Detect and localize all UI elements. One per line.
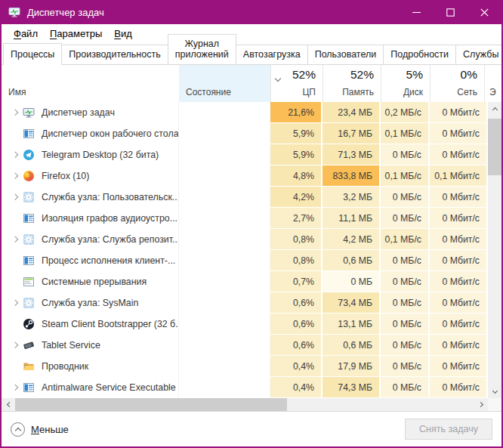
column-name[interactable]: Имя: [2, 65, 179, 102]
tab-автозагрузка[interactable]: Автозагрузка: [236, 45, 308, 64]
expander-icon[interactable]: [8, 385, 23, 390]
process-network-value: 0,1 Мбит/с: [430, 165, 488, 187]
column-disk[interactable]: 5% Диск: [381, 65, 430, 102]
process-row[interactable]: Steam Client Bootstrapper (32 б... 0,6% …: [2, 314, 488, 335]
process-disk-value: 0 МБ/с: [381, 292, 430, 314]
expander-icon[interactable]: [8, 301, 23, 305]
scroll-left-icon[interactable]: [2, 398, 15, 411]
gear-icon: [23, 297, 35, 309]
process-memory-value: 3,2 МБ: [322, 187, 381, 208]
tab-процессы[interactable]: Процессы: [3, 43, 62, 65]
expander-icon[interactable]: [8, 343, 23, 348]
process-row[interactable]: Telegram Desktop (32 бита) 5,9% 71,3 МБ …: [2, 144, 488, 165]
fewer-details-label: Меньше: [31, 424, 69, 435]
process-network-value: 0 Мбит/с: [430, 271, 488, 292]
horizontal-scroll-track[interactable]: [287, 398, 474, 411]
process-memory-value: 0,6 МБ: [322, 335, 381, 356]
process-network-value: 0 Мбит/с: [430, 229, 488, 250]
process-network-value: 0 Мбит/с: [430, 187, 488, 208]
expander-icon[interactable]: [8, 153, 23, 157]
process-row[interactable]: Диспетчер задач 21,6% 23,4 МБ 0,2 МБ/с 0…: [2, 102, 488, 123]
process-row[interactable]: Проводник 0,4% 17,9 МБ 0 МБ/с 0 Мбит/с: [2, 356, 488, 377]
column-status[interactable]: Состояние: [179, 65, 270, 102]
vertical-scroll-track[interactable]: [488, 175, 501, 385]
expander-icon[interactable]: [8, 174, 23, 178]
process-row[interactable]: Antimalware Service Executable 0,4% 74,3…: [2, 377, 488, 398]
process-cpu-value: 21,6%: [270, 102, 322, 123]
system-icon: [23, 276, 35, 288]
task-manager-window: Диспетчер задач ФайлПараметрыВид Процесс…: [0, 0, 503, 448]
process-name: Steam Client Bootstrapper (32 б...: [42, 319, 179, 329]
process-row[interactable]: Tablet Service 0,6% 0,6 МБ 0 МБ/с 0 Мбит…: [2, 335, 488, 356]
process-status: [179, 144, 270, 165]
vertical-scrollbar[interactable]: [488, 102, 501, 398]
process-memory-value: 16,7 МБ: [322, 123, 381, 144]
process-disk-value: 0 МБ/с: [381, 335, 430, 356]
process-row[interactable]: Служба узла: SysMain 0,6% 73,4 МБ 0 МБ/с…: [2, 292, 488, 314]
menu-item-1[interactable]: Параметры: [44, 26, 108, 41]
process-memory-value: 23,4 МБ: [322, 102, 381, 123]
process-row[interactable]: Диспетчер окон рабочего стола 5,9% 16,7 …: [2, 123, 488, 144]
horizontal-scroll-thumb[interactable]: [15, 398, 287, 411]
process-row[interactable]: Процесс исполнения клиент-... 0,8% 0,6 М…: [2, 250, 488, 271]
process-cpu-value: 4,8%: [270, 165, 322, 187]
expander-icon[interactable]: [8, 237, 23, 242]
scroll-right-icon[interactable]: [474, 398, 488, 411]
maximize-button[interactable]: [434, 0, 468, 24]
vertical-scroll-thumb[interactable]: [488, 119, 501, 175]
task-manager-icon: [8, 6, 22, 18]
process-network-value: 0 Мбит/с: [430, 377, 488, 398]
process-name: Диспетчер окон рабочего стола: [42, 128, 179, 139]
tab-журнал-приложений[interactable]: Журнал приложений: [168, 34, 236, 64]
process-row[interactable]: Служба узла: Пользовательск... 4,2% 3,2 …: [2, 187, 488, 208]
process-row[interactable]: Firefox (10) 4,8% 833,8 МБ 0,1 МБ/с 0,1 …: [2, 165, 488, 187]
process-name: Системные прерывания: [42, 277, 147, 287]
disk-total-percent: 5%: [406, 68, 423, 82]
close-button[interactable]: [468, 0, 501, 24]
fewer-details-button[interactable]: Меньше: [11, 422, 69, 437]
process-network-value: 0 Мбит/с: [430, 250, 488, 271]
tab-подробности[interactable]: Подробности: [383, 45, 456, 64]
horizontal-scrollbar[interactable]: [2, 398, 501, 411]
process-memory-value: 73,4 МБ: [322, 292, 381, 314]
process-network-value: 0 Мбит/с: [430, 314, 488, 335]
process-memory-value: 17,9 МБ: [322, 356, 381, 377]
process-status: [179, 123, 270, 144]
menu-item-2[interactable]: Вид: [108, 26, 138, 41]
process-status: [179, 208, 270, 229]
column-power-clipped[interactable]: Э: [484, 65, 501, 102]
tab-службы[interactable]: Службы: [455, 45, 503, 64]
title-bar[interactable]: Диспетчер задач: [2, 0, 501, 24]
memory-total-percent: 52%: [350, 68, 374, 82]
process-cpu-value: 0,8%: [270, 229, 322, 250]
process-memory-value: 13,1 МБ: [322, 314, 381, 335]
process-row[interactable]: Служба узла: Служба репозит... 0,8% 4,2 …: [2, 229, 488, 250]
column-memory[interactable]: 52% Память: [322, 65, 381, 102]
expander-icon[interactable]: [8, 110, 23, 115]
process-row[interactable]: Системные прерывания 0,7% 0 МБ 0 МБ/с 0 …: [2, 271, 488, 292]
tab-производительность[interactable]: Производительность: [61, 45, 168, 64]
minimize-button[interactable]: [400, 0, 434, 24]
telegram-icon: [23, 149, 35, 161]
process-name: Процесс исполнения клиент-...: [42, 255, 175, 266]
column-cpu[interactable]: 52% ЦП: [270, 65, 322, 102]
process-memory-value: 4,2 МБ: [322, 229, 381, 250]
end-task-button[interactable]: Снять задачу: [405, 419, 492, 440]
menu-item-0[interactable]: Файл: [8, 26, 44, 41]
process-rows: Диспетчер задач 21,6% 23,4 МБ 0,2 МБ/с 0…: [2, 102, 488, 398]
process-network-value: 0 Мбит/с: [430, 123, 488, 144]
process-memory-value: 0,6 МБ: [322, 250, 381, 271]
process-row[interactable]: Изоляция графов аудиоустро... 2,7% 11,1 …: [2, 208, 488, 229]
scroll-up-icon[interactable]: [488, 102, 501, 115]
process-name: Служба узла: SysMain: [42, 298, 138, 308]
expander-icon[interactable]: [8, 195, 23, 199]
process-cpu-value: 5,9%: [270, 123, 322, 144]
chevron-up-circle-icon: [11, 422, 25, 437]
tab-пользователи[interactable]: Пользователи: [307, 45, 384, 64]
process-network-value: 0 Мбит/с: [430, 208, 488, 229]
process-network-value: 0 Мбит/с: [430, 102, 488, 123]
column-network[interactable]: 0% Сеть: [430, 65, 484, 102]
process-status: [179, 377, 270, 398]
process-cpu-value: 0,6%: [270, 335, 322, 356]
scroll-down-icon[interactable]: [488, 385, 501, 398]
